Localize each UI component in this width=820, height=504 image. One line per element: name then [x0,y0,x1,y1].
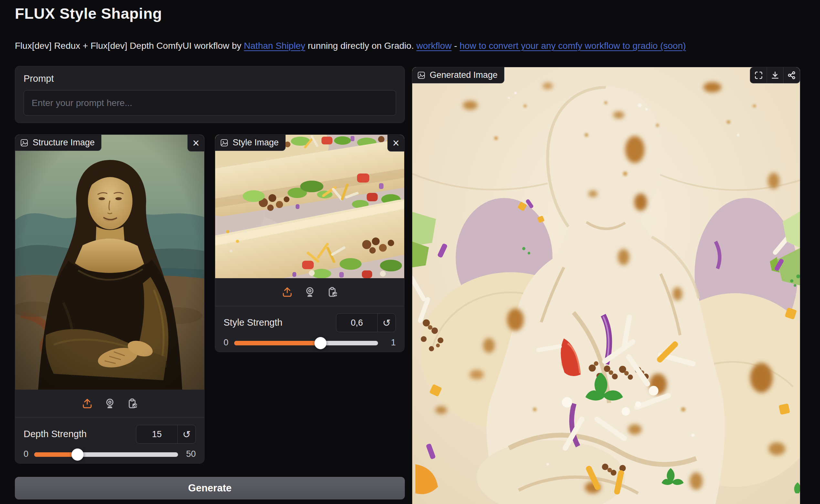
slider-max-label: 1 [391,338,396,348]
structure-image-card: Structure Image × Depth Strength ↺ 0 [15,134,205,464]
tacos-photo [215,135,404,278]
style-strength-block: Style Strength ↺ 0 1 [215,306,404,352]
depth-strength-label: Depth Strength [24,429,87,439]
slider-track[interactable] [234,341,378,345]
author-link[interactable]: Nathan Shipley [244,41,305,51]
style-strength-input[interactable] [336,314,377,332]
fullscreen-icon[interactable] [750,67,767,83]
structure-close-button[interactable]: × [187,135,204,152]
prompt-label: Prompt [24,73,54,84]
slider-fill [34,452,78,457]
webcam-icon[interactable] [303,285,317,299]
structure-image-label: Structure Image [33,138,95,148]
reset-glyph: ↺ [383,317,391,329]
style-close-button[interactable]: × [387,135,404,152]
style-image-label: Style Image [233,138,279,148]
close-icon: × [393,136,399,150]
howto-link[interactable]: how to convert your any comfy workflow t… [460,41,686,51]
slider-min-label: 0 [24,449,28,459]
download-icon[interactable] [767,67,783,83]
generated-image-card[interactable]: Generated Image [412,67,800,504]
generated-image-label: Generated Image [430,70,498,80]
slider-handle[interactable] [314,337,327,349]
image-icon [220,139,228,147]
style-image-badge: Style Image [215,135,286,151]
structure-image-badge: Structure Image [15,135,101,151]
style-image-card: Style Image × Style Strength ↺ 0 [215,134,405,352]
subtitle: Flux[dev] Redux + Flux[dev] Depth ComfyU… [15,41,686,51]
reset-icon[interactable]: ↺ [377,314,395,332]
style-image[interactable]: Style Image × [215,135,404,278]
prompt-input[interactable] [24,90,396,116]
slider-handle[interactable] [71,448,84,461]
depth-strength-block: Depth Strength ↺ 0 50 [15,418,204,464]
style-strength-number-group: ↺ [336,313,396,332]
generated-image-badge: Generated Image [412,67,504,83]
clipboard-icon[interactable] [125,396,140,411]
webcam-icon[interactable] [103,396,117,411]
style-strength-label: Style Strength [224,317,282,328]
subtitle-text-2: running directly on Gradio. [305,41,416,51]
subtitle-text-3: - [452,41,460,51]
generate-button[interactable]: Generate [15,477,405,499]
share-icon[interactable] [783,67,800,83]
image-icon [417,71,426,79]
generated-image-toolbar [750,67,800,83]
workflow-link[interactable]: workflow [416,41,452,51]
structure-image[interactable]: Structure Image × [15,135,204,390]
slider-max-label: 50 [186,449,196,459]
slider-fill [234,341,321,345]
style-strength-slider[interactable]: 0 1 [215,337,404,350]
mona-lisa-photo [15,135,204,390]
subtitle-text-1: Flux[dev] Redux + Flux[dev] Depth ComfyU… [15,41,244,51]
close-icon: × [193,136,199,150]
structure-source-row [15,390,204,417]
upload-icon[interactable] [280,285,294,299]
depth-strength-input[interactable] [136,425,177,443]
clipboard-icon[interactable] [325,285,340,299]
slider-min-label: 0 [224,338,228,348]
depth-strength-slider[interactable]: 0 50 [15,448,204,462]
app-root: FLUX Style Shaping Flux[dev] Redux + Flu… [0,0,820,504]
depth-strength-number-group: ↺ [136,425,196,444]
generated-photo [412,67,800,504]
page-title: FLUX Style Shaping [15,5,162,22]
reset-icon[interactable]: ↺ [177,425,195,443]
reset-glyph: ↺ [183,429,191,440]
slider-track[interactable] [34,452,178,457]
style-source-row [215,278,404,306]
upload-icon[interactable] [80,396,94,411]
image-icon [20,139,28,147]
prompt-panel: Prompt [15,66,405,123]
